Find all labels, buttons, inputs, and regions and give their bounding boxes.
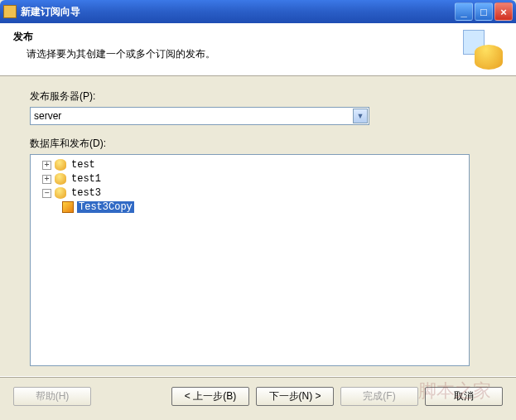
publication-icon [62, 201, 74, 213]
titlebar: 新建订阅向导 _ □ × [0, 0, 516, 23]
publication-tree[interactable]: + test + test1 − test3 Test3Copy [30, 154, 470, 366]
tree-node[interactable]: + test [42, 158, 465, 171]
back-button[interactable]: < 上一步(B) [171, 387, 249, 406]
database-icon [55, 159, 66, 171]
expand-icon[interactable]: + [42, 161, 51, 170]
node-label: test [70, 159, 97, 171]
maximize-button[interactable]: □ [475, 2, 493, 21]
page-title: 发布 [13, 30, 463, 44]
publisher-label: 发布服务器(P): [30, 89, 486, 104]
content-area: 发布服务器(P): server ▼ 数据库和发布(D): + test + t… [0, 76, 516, 376]
next-button[interactable]: 下一步(N) > [256, 387, 334, 406]
collapse-icon[interactable]: − [42, 189, 51, 198]
node-label: test3 [70, 187, 103, 199]
database-icon [55, 173, 66, 185]
cancel-button[interactable]: 取消 [425, 387, 503, 406]
tree-node[interactable]: − test3 [42, 186, 465, 200]
tree-label: 数据库和发布(D): [30, 137, 486, 151]
wizard-header: 发布 请选择要为其创建一个或多个订阅的发布。 [0, 23, 516, 76]
finish-button[interactable]: 完成(F) [340, 387, 418, 406]
minimize-button[interactable]: _ [455, 2, 473, 21]
tree-node-publication[interactable]: Test3Copy [62, 200, 465, 214]
expand-icon[interactable]: + [42, 175, 51, 184]
help-button[interactable]: 帮助(H) [13, 387, 91, 406]
close-button[interactable]: × [494, 2, 513, 21]
database-icon [55, 187, 66, 199]
publisher-value: server [34, 110, 61, 122]
publisher-combo[interactable]: server ▼ [30, 107, 369, 125]
tree-node[interactable]: + test1 [42, 172, 465, 186]
node-label-selected: Test3Copy [77, 201, 134, 213]
page-subtitle: 请选择要为其创建一个或多个订阅的发布。 [27, 47, 463, 61]
app-icon [3, 5, 17, 18]
window-title: 新建订阅向导 [21, 5, 453, 19]
header-icon [463, 30, 503, 70]
chevron-down-icon[interactable]: ▼ [353, 109, 368, 123]
node-label: test1 [70, 173, 103, 185]
wizard-footer: 帮助(H) < 上一步(B) 下一步(N) > 完成(F) 取消 [0, 376, 516, 415]
